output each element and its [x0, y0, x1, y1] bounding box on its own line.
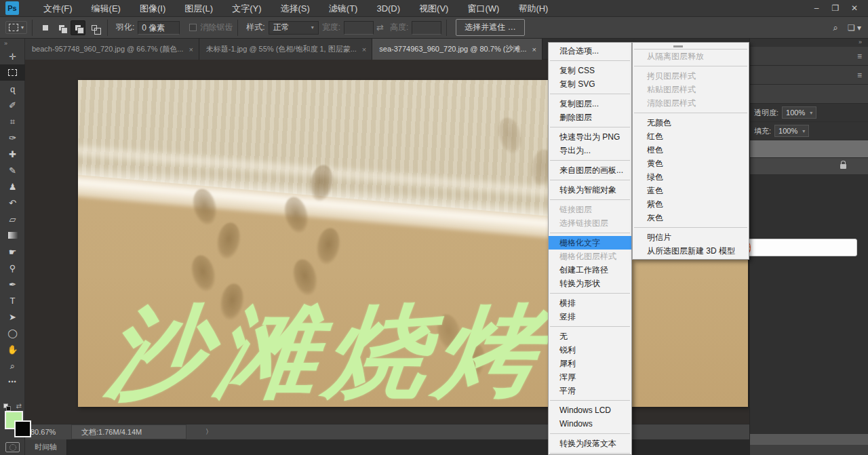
menubar-item[interactable]: 3D(D) [367, 0, 410, 17]
context-menu-item[interactable]: 来自图层的画板... [549, 163, 631, 177]
context-menu-item[interactable]: 转换为形状 [549, 277, 631, 290]
brush-tool[interactable]: ✎ [0, 162, 25, 178]
document-tab[interactable]: 未标题-1.jpg @ 55% (色相/饱和度 1, 图层蒙... × [199, 39, 372, 60]
path-selection-tool[interactable]: ➤ [0, 309, 25, 325]
collapsed-panel-header[interactable]: ≡ [750, 66, 868, 85]
context-menu-item[interactable]: 平滑 [549, 384, 631, 397]
submenu-item[interactable]: 无颜色 [633, 116, 749, 130]
background-layer-row[interactable] [750, 158, 868, 175]
context-menu-item[interactable]: 横排 [549, 296, 631, 310]
context-menu-item[interactable]: 复制 SVG [549, 77, 631, 91]
style-select[interactable]: 正常 ▾ [269, 21, 319, 35]
selected-layer-row[interactable] [750, 140, 868, 158]
crop-tool[interactable]: ⌗ [0, 113, 25, 130]
swap-colors-icon[interactable]: ⇄ [16, 402, 22, 410]
context-menu-item[interactable]: 混合选项... [549, 44, 631, 58]
context-menu-item[interactable]: Windows LCD [549, 403, 631, 417]
menubar-item[interactable]: 图层(L) [175, 0, 222, 17]
submenu-item[interactable]: 紫色 [633, 197, 749, 211]
hand-tool[interactable]: ✋ [0, 341, 25, 357]
tool-preset-picker[interactable]: ▾ [5, 21, 27, 34]
eyedropper-tool[interactable]: ✑ [0, 130, 25, 146]
menubar-item[interactable]: 视图(V) [410, 0, 458, 17]
panel-menu-icon[interactable]: ≡ [857, 52, 863, 61]
timeline-tab[interactable]: 时间轴 [25, 439, 67, 455]
search-icon[interactable]: ⌕ [833, 22, 838, 33]
status-expand-icon[interactable]: 〉 [205, 427, 212, 437]
select-and-mask-button[interactable]: 选择并遮住 … [456, 19, 524, 36]
history-brush-tool[interactable]: ↶ [0, 195, 25, 211]
panel-collapse-icon[interactable]: » [750, 39, 868, 47]
pen-tool[interactable]: ✒ [0, 276, 25, 292]
menubar-item[interactable]: 文件(F) [34, 0, 82, 17]
context-menu-item[interactable]: 导出为... [549, 144, 631, 157]
collapsed-panel-header[interactable]: ≡ [750, 47, 868, 66]
context-menu-item[interactable]: 复制 CSS [549, 64, 631, 77]
zoom-level-field[interactable]: 80.67% [31, 428, 71, 436]
submenu-item[interactable]: 黄色 [633, 157, 749, 170]
menubar-item[interactable]: 窗口(W) [458, 0, 509, 17]
layer-row[interactable] [750, 434, 868, 445]
context-menu-item[interactable]: 浑厚 [549, 370, 631, 384]
eraser-tool[interactable]: ▱ [0, 211, 25, 227]
intersect-selection-icon[interactable] [87, 20, 102, 35]
gradient-tool[interactable] [0, 227, 25, 243]
context-menu-item[interactable]: 复制图层... [549, 97, 631, 111]
background-color-swatch[interactable] [14, 420, 31, 437]
quick-mask-button[interactable] [5, 442, 20, 452]
context-menu-item[interactable]: 栅格化文字 [549, 236, 631, 250]
quick-selection-tool[interactable]: ✐ [0, 97, 25, 113]
edit-toolbar-icon[interactable]: ••• [0, 374, 25, 390]
menubar-item[interactable]: 文字(Y) [222, 0, 271, 17]
opacity-field[interactable]: 100% ▾ [782, 106, 816, 119]
text-layer[interactable]: 沙滩烧烤 [102, 301, 553, 401]
feather-input[interactable]: 0 像素 [138, 21, 180, 35]
close-icon[interactable]: × [362, 45, 366, 54]
context-menu-item[interactable]: 转换为段落文本 [549, 437, 631, 450]
workspace-switcher-icon[interactable]: ❏ ▾ [848, 23, 861, 33]
submenu-item[interactable]: 绿色 [633, 170, 749, 184]
restore-button[interactable]: ❐ [826, 1, 845, 16]
submenu-item[interactable]: 红色 [633, 130, 749, 143]
menubar-item[interactable]: 选择(S) [271, 0, 319, 17]
smudge-tool[interactable]: ☛ [0, 243, 25, 260]
default-colors-icon[interactable]: ⇄ [2, 402, 22, 412]
context-menu-item[interactable]: 转换为智能对象 [549, 183, 631, 197]
submenu-item[interactable]: 蓝色 [633, 184, 749, 197]
add-selection-icon[interactable] [54, 20, 69, 35]
dodge-tool[interactable]: ⚲ [0, 260, 25, 276]
subtract-selection-icon[interactable] [71, 20, 85, 35]
lasso-tool[interactable]: ɋ [0, 81, 25, 97]
context-menu-item[interactable]: 竖排 [549, 310, 631, 323]
close-button[interactable]: ✕ [845, 1, 864, 16]
context-menu-item[interactable]: 创建工作路径 [549, 263, 631, 277]
context-menu-item[interactable]: Windows [549, 417, 631, 431]
submenu-item[interactable]: 橙色 [633, 143, 749, 157]
document-tab[interactable]: beach-957748_960_720.jpg @ 66.7% (颜色... … [25, 39, 199, 60]
spot-healing-brush-tool[interactable]: ✚ [0, 146, 25, 162]
ellipse-tool[interactable]: ◯ [0, 325, 25, 341]
menubar-item[interactable]: 滤镜(T) [319, 0, 368, 17]
close-icon[interactable]: × [532, 45, 536, 54]
submenu-item[interactable]: 从所选图层新建 3D 模型 [633, 244, 749, 258]
menubar-item[interactable]: 帮助(H) [509, 0, 557, 17]
move-tool[interactable]: ✛ [0, 48, 25, 64]
context-menu-item[interactable]: 犀利 [549, 357, 631, 370]
rectangular-marquee-tool[interactable] [0, 64, 25, 81]
panel-menu-icon[interactable]: ≡ [857, 71, 863, 80]
toolbar-collapse-icon[interactable]: » [0, 39, 24, 48]
submenu-item[interactable]: 明信片 [633, 231, 749, 244]
context-menu-item[interactable]: 无 [549, 330, 631, 343]
new-selection-icon[interactable] [38, 20, 53, 35]
menubar-item[interactable]: 图像(I) [130, 0, 175, 17]
document-tab[interactable]: sea-3774963_960_720.jpg @ 80.7% (沙滩... × [372, 39, 542, 60]
context-menu-item[interactable]: 快速导出为 PNG [549, 130, 631, 144]
type-tool[interactable]: T [0, 292, 25, 309]
anti-alias-checkbox[interactable] [189, 24, 197, 31]
submenu-item[interactable]: 灰色 [633, 211, 749, 224]
minimize-button[interactable]: – [807, 1, 826, 16]
context-menu-item[interactable]: 锐利 [549, 343, 631, 357]
fill-field[interactable]: 100% ▾ [774, 125, 809, 137]
context-menu-item[interactable]: 删除图层 [549, 111, 631, 124]
close-icon[interactable]: × [189, 45, 193, 54]
